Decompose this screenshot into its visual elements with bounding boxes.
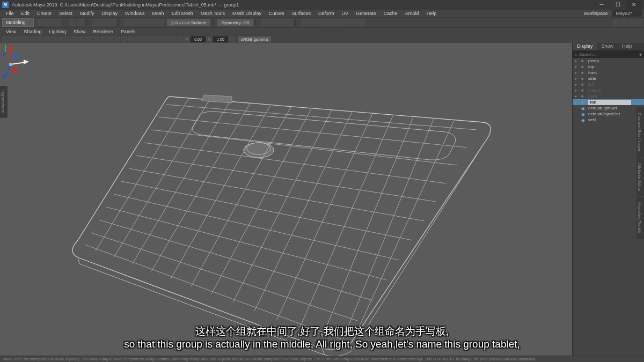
pt-select-camera-icon[interactable] [2,36,9,42]
outliner-item-bottom[interactable]: ▸■bottom [573,87,644,93]
pt-lock-camera-icon[interactable] [9,36,16,42]
tab-modeling-toolkit[interactable]: Modeling Toolkit [636,197,644,239]
viewport-3d[interactable] [0,43,572,361]
pt-image-plane-icon[interactable] [30,36,36,42]
snap-plane-icon[interactable] [148,19,156,26]
pt-textured-icon[interactable] [114,36,120,42]
pt-multisample-icon[interactable] [177,36,183,42]
menu-mesh-tools[interactable]: Mesh Tools [197,11,229,16]
pt-exposure-icon[interactable]: ☀ [184,36,190,42]
color-space-dropdown[interactable]: sRGB gamma [238,36,271,42]
tab-channel-box[interactable]: Channel Box / Layer [636,107,644,158]
pt-grease-icon[interactable] [44,36,50,42]
render-settings-icon[interactable] [277,19,285,26]
pt-field-chart-icon[interactable] [79,36,85,42]
pt-gamma-icon[interactable]: γ [206,36,213,42]
sidebar-toggle-1-icon[interactable] [613,19,619,26]
expand-icon[interactable]: ▸ [575,70,577,75]
outliner-item-left[interactable]: ▸■left [573,82,644,87]
pt-grid-icon[interactable] [51,36,57,42]
menu-cache[interactable]: Cache [380,11,401,16]
panel-menu-show[interactable]: Show [70,29,90,34]
outliner-item-set1[interactable]: ◉set1 [573,117,644,123]
expand-icon[interactable]: ▸ [575,94,577,99]
hypershade-icon[interactable] [286,19,293,26]
expand-icon[interactable]: ▸ [575,64,577,69]
pt-lights-icon[interactable] [121,36,127,42]
pt-motion-blur-icon[interactable] [170,36,176,42]
expand-icon[interactable]: ▸ [575,82,577,87]
gamma-input[interactable] [213,36,228,42]
menu-curves[interactable]: Curves [265,11,288,16]
pt-xray-joints-icon[interactable] [149,36,155,42]
maximize-button[interactable]: ☐ [610,0,626,10]
outliner-item-persp[interactable]: ▸■persp [573,58,644,64]
menu-set-dropdown[interactable]: Modeling [2,18,34,27]
menu-mesh[interactable]: Mesh [149,11,168,16]
pt-isolate-icon[interactable] [135,36,141,42]
next-key-icon[interactable] [341,19,349,26]
undo-icon[interactable] [69,19,76,26]
render-icon[interactable] [261,19,269,26]
menu-edit-mesh[interactable]: Edit Mesh [168,11,197,16]
save-scene-icon[interactable] [53,19,61,26]
panel-menu-renderer[interactable]: Renderer [89,29,117,34]
pt-camera-attr-icon[interactable] [16,36,23,42]
menu-display[interactable]: Display [98,11,122,16]
pt-film-gate-icon[interactable] [58,36,64,42]
prev-frame-icon[interactable] [309,19,317,26]
pt-smooth-shade-icon[interactable] [107,36,113,42]
menu-select[interactable]: Select [55,11,76,16]
outliner-search-menu-icon[interactable]: ▾ [639,51,642,57]
panel-menu-lighting[interactable]: Lighting [45,29,70,34]
outliner-item-side[interactable]: ▸■side [573,76,644,82]
tab-attribute-editor[interactable]: Attribute Editor [636,158,644,197]
pt-depth-icon[interactable] [156,36,162,42]
outliner-tab-display[interactable]: Display [573,43,597,50]
menu-deform[interactable]: Deform [314,11,338,16]
open-scene-icon[interactable] [45,19,53,26]
menu-windows[interactable]: Windows [121,11,149,16]
panel-menu-shading[interactable]: Shading [20,29,45,34]
pt-safe-action-icon[interactable] [86,36,92,42]
snap-curve-icon[interactable] [132,19,140,26]
play-icon[interactable] [333,19,341,26]
sidebar-toggle-4-icon[interactable] [635,19,642,26]
outliner-item-top[interactable]: ▸■top [573,64,644,70]
new-scene-icon[interactable] [37,19,45,26]
expand-icon[interactable]: ▸ [575,88,577,93]
pt-shadows-icon[interactable] [128,36,134,42]
symmetry-dropdown[interactable]: Symmetry: Off [217,19,253,26]
menu-arnold[interactable]: Arnold [401,11,423,16]
menu-mesh-display[interactable]: Mesh Display [229,11,265,16]
sidebar-toggle-3-icon[interactable] [628,19,634,26]
menu-uv[interactable]: UV [338,11,353,16]
play-back-icon[interactable] [325,19,333,26]
snap-grid-icon[interactable] [124,19,131,26]
expand-icon[interactable]: ▸ [575,58,577,63]
expand-icon[interactable]: ▸ [575,100,577,105]
prev-key-icon[interactable] [317,19,325,26]
rename-input[interactable] [588,100,631,105]
sidebar-toggle-2-icon[interactable] [620,19,627,26]
pt-resolution-gate-icon[interactable] [65,36,71,42]
panel-menu-view[interactable]: View [2,29,20,34]
pt-view-transform-icon[interactable] [229,36,235,42]
pt-gate-mask-icon[interactable] [72,36,78,42]
outliner-item-defaultlightset[interactable]: ◉defaultLightSet [573,105,644,111]
menu-help[interactable]: Help [423,11,441,16]
rewind-icon[interactable] [301,19,309,26]
outliner-item-front[interactable]: ▸■front [573,70,644,76]
next-frame-icon[interactable] [349,19,357,26]
ipr-icon[interactable] [269,19,277,26]
minimize-button[interactable]: ─ [594,0,610,10]
expand-icon[interactable]: ▸ [575,76,577,81]
snap-live-icon[interactable] [156,19,164,26]
pt-wireframe-icon[interactable] [100,36,106,42]
outliner-item-defaultobjectset[interactable]: ◉defaultObjectSet [573,111,644,117]
tab-hypershade[interactable]: Hypershade [0,86,8,118]
snap-point-icon[interactable] [140,19,148,26]
pt-xray-icon[interactable] [142,36,148,42]
menu-create[interactable]: Create [33,11,55,16]
outliner-tab-help[interactable]: Help [618,43,636,50]
